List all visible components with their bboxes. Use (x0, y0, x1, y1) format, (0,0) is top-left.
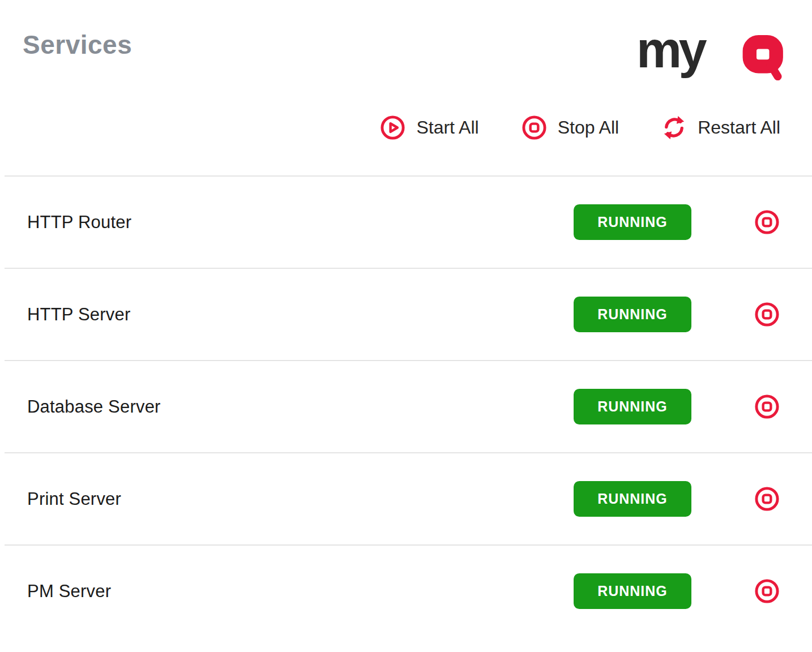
stop-service-button[interactable] (754, 578, 780, 604)
services-page: Services my Start All (0, 0, 812, 652)
stop-all-button[interactable]: Stop All (521, 114, 619, 141)
myq-logo-graphic: my (636, 25, 790, 80)
stop-circle-icon (754, 393, 780, 420)
stop-circle-icon (754, 486, 780, 512)
start-all-button[interactable]: Start All (379, 114, 478, 141)
stop-circle-icon (521, 114, 548, 141)
service-name: HTTP Router (27, 212, 131, 233)
myq-logo: my (636, 25, 790, 83)
service-name: Database Server (27, 397, 161, 417)
restart-icon (661, 114, 687, 141)
service-name: Print Server (27, 489, 121, 509)
stop-service-button[interactable] (754, 301, 780, 328)
svg-text:my: my (636, 25, 707, 78)
status-badge: RUNNING (574, 204, 691, 240)
restart-all-label: Restart All (698, 117, 780, 138)
play-circle-icon (379, 114, 406, 141)
stop-circle-icon (754, 209, 780, 235)
status-badge: RUNNING (574, 389, 691, 424)
status-badge: RUNNING (574, 297, 691, 332)
status-badge: RUNNING (574, 481, 691, 517)
start-all-label: Start All (416, 117, 478, 138)
service-row-print-server: Print Server RUNNING (5, 452, 812, 544)
status-badge: RUNNING (574, 573, 691, 609)
service-row-pm-server: PM Server RUNNING (5, 544, 812, 637)
services-toolbar: Start All Stop All (0, 108, 812, 147)
service-row-http-server: HTTP Server RUNNING (5, 268, 812, 360)
service-name: PM Server (27, 581, 111, 602)
stop-service-button[interactable] (754, 486, 780, 512)
stop-service-button[interactable] (754, 393, 780, 420)
restart-all-button[interactable]: Restart All (661, 114, 780, 141)
service-row-database-server: Database Server RUNNING (5, 360, 812, 452)
stop-circle-icon (754, 578, 780, 604)
stop-service-button[interactable] (754, 209, 780, 235)
service-name: HTTP Server (27, 304, 131, 325)
stop-all-label: Stop All (558, 117, 619, 138)
page-title: Services (23, 31, 132, 59)
page-header: Services my (0, 0, 812, 85)
stop-circle-icon (754, 301, 780, 328)
services-list: HTTP Router RUNNING HTTP Server RUNNING (0, 175, 812, 637)
service-row-http-router: HTTP Router RUNNING (5, 175, 812, 268)
myq-logo-q (750, 42, 778, 76)
